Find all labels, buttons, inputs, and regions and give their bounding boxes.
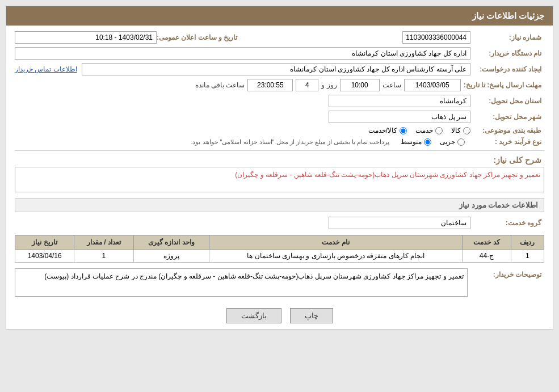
city-value: سر پل ذهاب <box>329 111 470 123</box>
category-radio-group: کالا خدمت کالا/خدمت <box>368 127 470 134</box>
category-radio-kala[interactable] <box>463 127 470 134</box>
service-table-section: ردیف کد خدمت نام خدمت واحد اندازه گیری ت… <box>15 235 544 263</box>
process-option-motevaset[interactable]: متوسط <box>401 138 431 146</box>
deadline-days-label: روز و <box>321 81 337 89</box>
process-radio-group: جزیی متوسط <box>401 138 465 146</box>
col-row: ردیف <box>511 235 544 250</box>
back-button[interactable]: بازگشت <box>226 308 281 323</box>
province-value: کرمانشاه <box>329 95 470 107</box>
table-cell-3: پروژه <box>133 250 209 263</box>
process-label-motevaset: متوسط <box>401 138 422 146</box>
process-radio-motevaset[interactable] <box>424 138 431 146</box>
buyer-desc-box: تعمیر و تجهیز مراکز جهاد کشاورزی شهرستان… <box>15 268 468 297</box>
deadline-remaining: 23:00:55 <box>247 79 293 91</box>
need-description-box: تعمیر و تجهیز مراکز جهاد کشاورزی شهرستان… <box>15 167 544 192</box>
process-label-jozii: جزیی <box>440 138 455 146</box>
table-header-row: ردیف کد خدمت نام خدمت واحد اندازه گیری ت… <box>15 235 544 250</box>
button-row: بازگشت چاپ <box>15 308 544 323</box>
category-label-kala-khedmat: کالا/خدمت <box>368 127 397 134</box>
category-label-kala: کالا <box>451 127 461 134</box>
table-cell-0: 1 <box>511 250 544 263</box>
need-number-label: شماره نیاز: <box>470 33 544 41</box>
buyer-desc-label: توصیحات خریدار: <box>470 268 544 279</box>
deadline-time: 10:00 <box>340 79 380 91</box>
buyer-org-label: نام دستگاه خریدار: <box>470 49 544 57</box>
creator-value: علی آرسته کارشناس اداره کل جهاد کشاورزی … <box>82 63 470 75</box>
table-cell-4: 1 <box>74 250 133 263</box>
service-group-label: گروه خدمت: <box>470 219 544 227</box>
city-label: شهر محل تحویل: <box>470 113 544 121</box>
service-group-row: گروه خدمت: ساختمان <box>15 217 544 229</box>
deadline-label: مهلت ارسال پاسخ: تا تاریخ: <box>464 81 544 89</box>
col-name: نام خدمت <box>209 235 463 250</box>
category-label: طبقه بندی موضوعی: <box>470 127 544 134</box>
buyer-desc-section: توصیحات خریدار: تعمیر و تجهیز مراکز جهاد… <box>15 268 544 300</box>
divider-1 <box>15 150 544 151</box>
col-date: تاریخ نیاز <box>15 235 74 250</box>
contact-link[interactable]: اطلاعات تماس خریدار <box>15 65 77 73</box>
category-radio-kala-khedmat[interactable] <box>400 127 407 134</box>
table-cell-2: انجام کارهای متفرقه درخصوص بازسازی و بهس… <box>209 250 463 263</box>
process-note: پرداخت تمام یا بخشی از مبلغ خریدار از مح… <box>191 138 389 146</box>
category-option-kala[interactable]: کالا <box>451 127 470 134</box>
buyer-org-value: اداره کل جهاد کشاورزی استان کرمانشاه <box>15 47 470 60</box>
service-info-title: اطلاعات خدمات مورد نیاز <box>15 198 544 212</box>
service-table: ردیف کد خدمت نام خدمت واحد اندازه گیری ت… <box>15 235 544 263</box>
deadline-date: 1403/03/05 <box>404 79 461 91</box>
table-cell-5: 1403/04/16 <box>15 250 74 263</box>
need-desc-title: شرح کلی نیاز: <box>470 155 544 165</box>
print-button[interactable]: چاپ <box>290 308 333 323</box>
service-group-value: ساختمان <box>329 217 470 229</box>
process-option-jozii[interactable]: جزیی <box>440 138 465 146</box>
deadline-remaining-label: ساعت باقی مانده <box>195 81 245 89</box>
page-title: جزئیات اطلاعات نیاز <box>6 6 553 26</box>
province-label: استان محل تحویل: <box>470 97 544 105</box>
table-row: 1ج-44انجام کارهای متفرقه درخصوص بازسازی … <box>15 250 544 263</box>
category-label-khedmat: خدمت <box>415 127 433 134</box>
deadline-time-label: ساعت <box>383 81 401 89</box>
category-radio-khedmat[interactable] <box>435 127 443 134</box>
need-desc-section: شرح کلی نیاز: تعمیر و تجهیز مراکز جهاد ک… <box>15 155 544 192</box>
announce-value: 1403/02/31 - 10:18 <box>15 31 157 44</box>
col-code: کد خدمت <box>463 235 511 250</box>
category-option-khedmat[interactable]: خدمت <box>415 127 443 134</box>
col-unit: واحد اندازه گیری <box>133 235 209 250</box>
need-number-value: 1103003336000044 <box>402 31 470 44</box>
category-option-kala-khedmat[interactable]: کالا/خدمت <box>368 127 407 134</box>
deadline-days: 4 <box>296 79 318 91</box>
table-cell-1: ج-44 <box>463 250 511 263</box>
announce-label: تاریخ و ساعت اعلان عمومی: <box>157 33 240 41</box>
creator-label: ایجاد کننده درخواست: <box>470 65 544 73</box>
process-label: نوع فرآیند خرید : <box>470 138 544 146</box>
col-count: تعداد / مقدار <box>74 235 133 250</box>
process-radio-jozii[interactable] <box>457 138 465 146</box>
